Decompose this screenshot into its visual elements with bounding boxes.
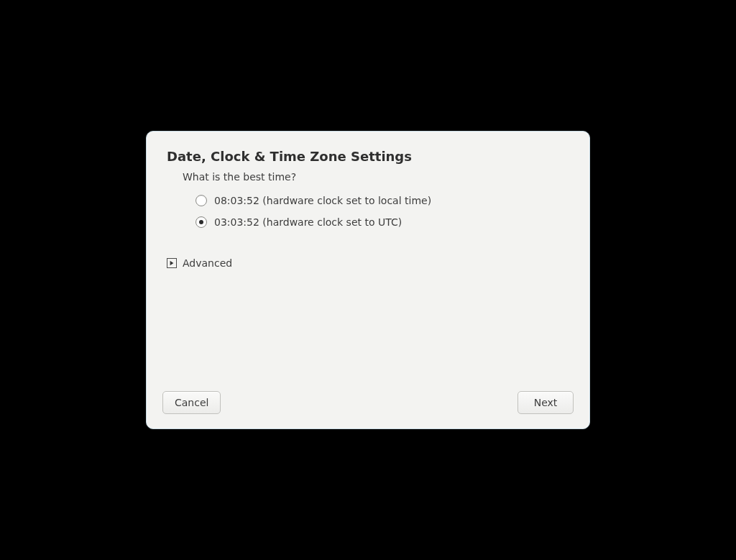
svg-marker-0 xyxy=(170,261,174,265)
timezone-settings-dialog: Date, Clock & Time Zone Settings What is… xyxy=(146,131,590,429)
radio-icon xyxy=(196,195,207,206)
radio-utc-time[interactable]: 03:03:52 (hardware clock set to UTC) xyxy=(196,211,569,233)
dialog-content: Date, Clock & Time Zone Settings What is… xyxy=(147,132,589,382)
advanced-expander[interactable]: Advanced xyxy=(167,257,232,269)
radio-icon xyxy=(196,216,207,228)
expand-right-icon xyxy=(167,258,177,268)
radio-label-utc: 03:03:52 (hardware clock set to UTC) xyxy=(214,216,402,228)
dialog-title: Date, Clock & Time Zone Settings xyxy=(167,149,569,164)
dialog-subtitle: What is the best time? xyxy=(183,171,569,183)
radio-local-time[interactable]: 08:03:52 (hardware clock set to local ti… xyxy=(196,190,569,211)
advanced-label: Advanced xyxy=(183,257,232,269)
radio-label-local: 08:03:52 (hardware clock set to local ti… xyxy=(214,195,431,206)
cancel-button[interactable]: Cancel xyxy=(162,391,221,414)
next-button[interactable]: Next xyxy=(518,391,574,414)
dialog-button-bar: Cancel Next xyxy=(147,382,589,428)
time-radio-group: 08:03:52 (hardware clock set to local ti… xyxy=(196,190,569,233)
